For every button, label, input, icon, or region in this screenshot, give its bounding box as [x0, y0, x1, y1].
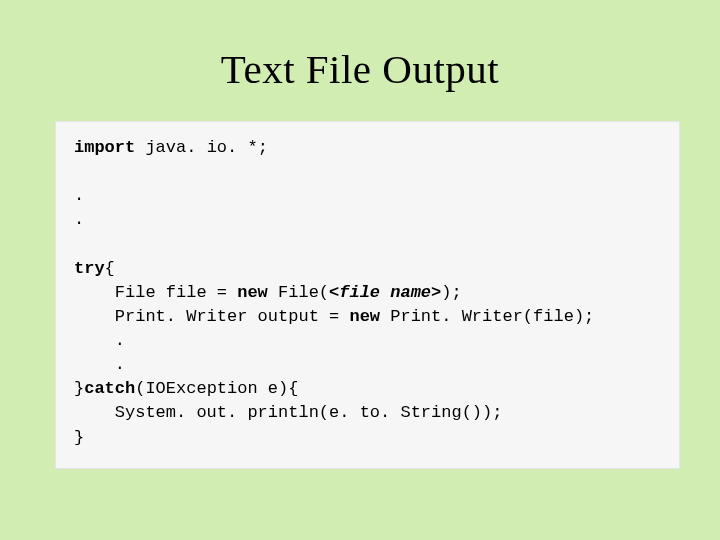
code-line: File file = new File(<file name>); — [74, 283, 462, 302]
code-italic: <file name> — [329, 283, 441, 302]
ellipsis-dot: . — [74, 355, 125, 374]
kw-catch: catch — [84, 379, 135, 398]
code-block: import java. io. *; . . try{ File file =… — [55, 121, 680, 469]
code-line: System. out. println(e. to. String()); — [74, 403, 502, 422]
code-text: File file = — [115, 283, 237, 302]
code-text: ); — [441, 283, 461, 302]
kw-import: import — [74, 138, 135, 157]
kw-new: new — [349, 307, 380, 326]
kw-new: new — [237, 283, 268, 302]
ellipsis-dot: . — [74, 210, 84, 229]
kw-try: try — [74, 259, 105, 278]
slide-title: Text File Output — [0, 0, 720, 121]
code-text: Print. Writer(file); — [380, 307, 594, 326]
ellipsis-dot: . — [74, 331, 125, 350]
ellipsis-dot: . — [74, 186, 84, 205]
code-line: Print. Writer output = new Print. Writer… — [74, 307, 594, 326]
code-text: Print. Writer output = — [115, 307, 350, 326]
code-text: File( — [268, 283, 329, 302]
code-text: { — [105, 259, 115, 278]
code-text: } — [74, 379, 84, 398]
code-text: } — [74, 428, 84, 447]
code-text: java. io. *; — [135, 138, 268, 157]
code-text: (IOException e){ — [135, 379, 298, 398]
